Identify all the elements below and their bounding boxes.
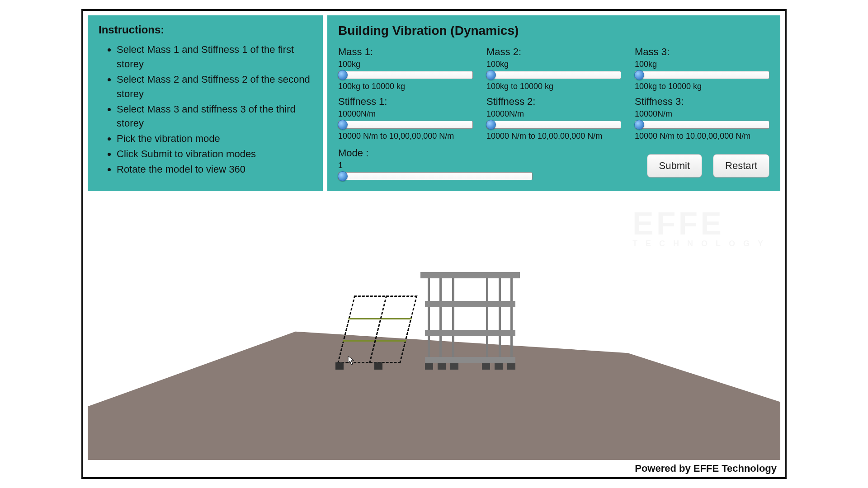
slider-thumb-icon[interactable] xyxy=(338,120,348,130)
mass3-label: Mass 3: xyxy=(635,46,769,58)
app-frame: Instructions: Select Mass 1 and Stiffnes… xyxy=(81,9,787,479)
mass1-label: Mass 1: xyxy=(338,46,473,58)
stiffness2-slider[interactable] xyxy=(486,121,621,129)
stiffness3-label: Stiffness 3: xyxy=(635,96,769,108)
building-solid xyxy=(425,268,515,363)
stiffness2-label: Stiffness 2: xyxy=(486,96,621,108)
mass3-range: 100kg to 10000 kg xyxy=(635,82,769,91)
stiffness3-group: Stiffness 3: 10000N/m 10000 N/m to 10,00… xyxy=(635,96,769,141)
instruction-item: Select Mass 2 and Stiffness 2 of the sec… xyxy=(117,72,312,101)
watermark-logo: EFFE TECHNOLOGY xyxy=(632,210,771,247)
instruction-item: Select Mass 3 and stiffness 3 of the thi… xyxy=(117,102,312,131)
mass3-group: Mass 3: 100kg 100kg to 10000 kg xyxy=(635,46,769,91)
stiffness2-group: Stiffness 2: 10000N/m 10000 N/m to 10,00… xyxy=(486,96,621,141)
stiffness1-value: 10000N/m xyxy=(338,109,473,119)
viewport-3d[interactable]: EFFE TECHNOLOGY xyxy=(88,205,780,460)
instruction-item: Pick the vibration mode xyxy=(117,131,312,146)
mass2-slider[interactable] xyxy=(486,71,621,79)
mass3-value: 100kg xyxy=(635,60,769,69)
top-row: Instructions: Select Mass 1 and Stiffnes… xyxy=(83,11,785,196)
stiffness3-slider[interactable] xyxy=(635,121,769,129)
slider-thumb-icon[interactable] xyxy=(338,70,348,80)
bottom-controls: Mode : 1 Submit Restart xyxy=(338,147,769,183)
controls-grid: Mass 1: 100kg 100kg to 10000 kg Mass 2: … xyxy=(338,46,769,141)
stiffness2-value: 10000N/m xyxy=(486,109,621,119)
building-wireframe xyxy=(337,296,401,363)
mass1-value: 100kg xyxy=(338,60,473,69)
instructions-heading: Instructions: xyxy=(99,23,312,36)
instructions-list: Select Mass 1 and Stiffness 1 of the fir… xyxy=(99,42,312,177)
mass2-range: 100kg to 10000 kg xyxy=(486,82,621,91)
slider-thumb-icon[interactable] xyxy=(486,120,496,130)
instruction-item: Select Mass 1 and Stiffness 1 of the fir… xyxy=(117,42,312,71)
mass2-group: Mass 2: 100kg 100kg to 10000 kg xyxy=(486,46,621,91)
stiffness2-range: 10000 N/m to 10,00,00,000 N/m xyxy=(486,131,621,141)
footer-credit: Powered by EFFE Technology xyxy=(635,463,777,474)
mass1-range: 100kg to 10000 kg xyxy=(338,82,473,91)
stiffness3-range: 10000 N/m to 10,00,00,000 N/m xyxy=(635,131,769,141)
slider-thumb-icon[interactable] xyxy=(486,70,496,80)
stiffness1-label: Stiffness 1: xyxy=(338,96,473,108)
instructions-panel: Instructions: Select Mass 1 and Stiffnes… xyxy=(88,15,323,191)
instruction-item: Rotate the model to view 360 xyxy=(117,162,312,177)
slider-thumb-icon[interactable] xyxy=(634,120,644,130)
controls-title: Building Vibration (Dynamics) xyxy=(338,23,769,38)
watermark-line2: TECHNOLOGY xyxy=(632,240,771,247)
restart-button[interactable]: Restart xyxy=(713,154,769,178)
mode-group: Mode : 1 xyxy=(338,147,533,183)
mass2-value: 100kg xyxy=(486,60,621,69)
watermark-line1: EFFE xyxy=(632,206,724,241)
button-row: Submit Restart xyxy=(546,154,769,183)
stiffness3-value: 10000N/m xyxy=(635,109,769,119)
mode-value: 1 xyxy=(338,161,533,170)
mass3-slider[interactable] xyxy=(635,71,769,79)
stiffness1-slider[interactable] xyxy=(338,121,473,129)
mode-label: Mode : xyxy=(338,147,533,159)
mass2-label: Mass 2: xyxy=(486,46,621,58)
slider-thumb-icon[interactable] xyxy=(338,171,348,181)
controls-panel: Building Vibration (Dynamics) Mass 1: 10… xyxy=(327,15,780,191)
stiffness1-range: 10000 N/m to 10,00,00,000 N/m xyxy=(338,131,473,141)
instruction-item: Click Submit to vibration modes xyxy=(117,147,312,161)
submit-button[interactable]: Submit xyxy=(647,154,702,178)
slider-thumb-icon[interactable] xyxy=(634,70,644,80)
mode-slider[interactable] xyxy=(338,172,533,180)
mass1-group: Mass 1: 100kg 100kg to 10000 kg xyxy=(338,46,473,91)
mass1-slider[interactable] xyxy=(338,71,473,79)
stiffness1-group: Stiffness 1: 10000N/m 10000 N/m to 10,00… xyxy=(338,96,473,141)
